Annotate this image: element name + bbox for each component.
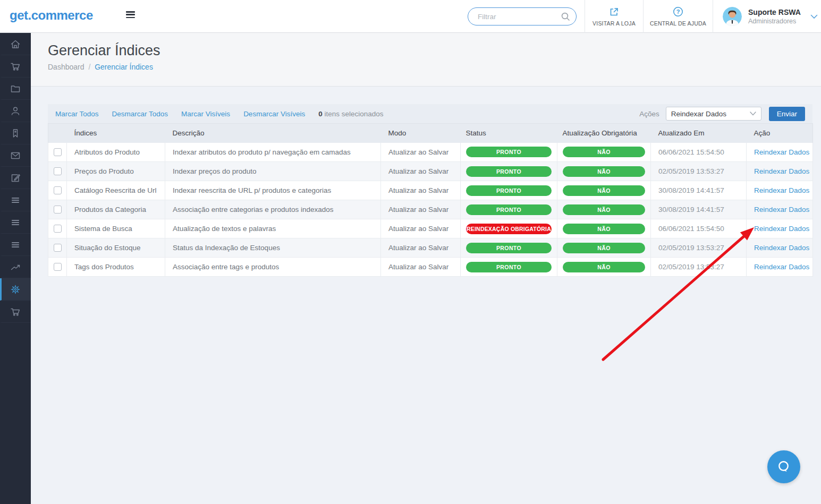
sidebar-item-settings[interactable] [0, 278, 31, 301]
cell-action: Reindexar Dados [747, 162, 813, 181]
sidebar-item-catalog[interactable] [0, 78, 31, 100]
user-name: Suporte RSWA [748, 8, 801, 16]
main-content: Gerenciar Índices Dashboard / Gerenciar … [31, 33, 821, 504]
cell-index-name: Produtos da Categoria [67, 200, 165, 219]
row-checkbox[interactable] [54, 167, 62, 175]
table-row-1: Atributos do ProdutoIndexar atributos do… [48, 143, 813, 162]
table-row-3: Catálogo Reescrita de UrlIndexar reescri… [48, 181, 813, 200]
cell-required: NÃO [557, 181, 651, 200]
actions-select[interactable]: Reindexar Dados [666, 107, 761, 121]
breadcrumb-separator: / [88, 63, 90, 71]
col-header-modo: Modo [381, 124, 461, 143]
row-checkbox[interactable] [54, 263, 62, 271]
cell-action: Reindexar Dados [747, 238, 813, 258]
cell-mode: Atualizar ao Salvar [381, 258, 461, 277]
row-checkbox[interactable] [54, 225, 62, 233]
cell-status: PRONTO [461, 258, 557, 277]
table-row-5: Sistema de BuscaAtualização de textos e … [48, 219, 813, 238]
reindex-link[interactable]: Reindexar Dados [754, 148, 809, 156]
cell-description: Atualização de textos e palavras [165, 219, 381, 238]
table-header-row: Índices Descrição Modo Status Atualizaçã… [48, 124, 813, 143]
cell-description: Indexar atributos do produto p/ navegaçã… [165, 143, 381, 162]
sidebar-item-tags[interactable] [0, 122, 31, 144]
col-header-atualizado-em: Atualizado Em [651, 124, 747, 143]
external-link-icon [609, 7, 619, 17]
content-area: Marcar Todos Desmarcar Todos Marcar Visí… [31, 87, 821, 277]
sidebar-item-store[interactable] [0, 301, 31, 323]
cell-updated-at: 06/06/2021 15:54:50 [651, 219, 747, 238]
cell-description: Associação entre categorias e produtos i… [165, 200, 381, 219]
cell-status: PRONTO [461, 200, 557, 219]
avatar [723, 7, 742, 26]
chat-button[interactable] [767, 450, 800, 483]
sidebar [0, 33, 31, 504]
cell-index-name: Sistema de Busca [67, 219, 165, 238]
menu-toggle-icon[interactable] [126, 11, 135, 19]
reindex-link[interactable]: Reindexar Dados [754, 263, 809, 271]
sidebar-item-dashboard[interactable] [0, 33, 31, 55]
sidebar-item-menu-1[interactable] [0, 189, 31, 211]
sidebar-item-messages[interactable] [0, 144, 31, 167]
help-icon: ? [673, 6, 683, 17]
grid-toolbar: Marcar Todos Desmarcar Todos Marcar Visí… [48, 104, 812, 123]
col-header-status: Status [461, 124, 557, 143]
status-badge: PRONTO [466, 243, 552, 253]
app-logo[interactable]: get.commerce [10, 8, 93, 23]
select-all-link[interactable]: Marcar Todos [55, 110, 99, 118]
row-checkbox[interactable] [54, 148, 62, 156]
deselect-all-link[interactable]: Desmarcar Todos [112, 110, 168, 118]
cell-mode: Atualizar ao Salvar [381, 143, 461, 162]
visit-store-button[interactable]: VISITAR A LOJA [585, 0, 643, 33]
reindex-link[interactable]: Reindexar Dados [754, 244, 809, 252]
cart-icon [10, 61, 21, 72]
breadcrumb-current[interactable]: Gerenciar Índices [95, 63, 153, 71]
cell-index-name: Catálogo Reescrita de Url [67, 181, 165, 200]
deselect-visible-link[interactable]: Desmarcar Visíveis [243, 110, 305, 118]
submit-button[interactable]: Enviar [769, 107, 805, 121]
reindex-link[interactable]: Reindexar Dados [754, 186, 809, 194]
required-badge: NÃO [563, 224, 645, 234]
cell-required: NÃO [557, 143, 651, 162]
row-checkbox[interactable] [54, 206, 62, 213]
cell-required: NÃO [557, 200, 651, 219]
breadcrumb-dashboard[interactable]: Dashboard [48, 63, 84, 71]
folder-icon [10, 83, 21, 95]
cell-required: NÃO [557, 258, 651, 277]
breadcrumb: Dashboard / Gerenciar Índices [48, 63, 821, 71]
cell-updated-at: 30/08/2019 14:41:57 [651, 200, 747, 219]
row-checkbox-cell [48, 181, 67, 200]
sidebar-item-customers[interactable] [0, 100, 31, 122]
sidebar-item-content[interactable] [0, 167, 31, 189]
reindex-link[interactable]: Reindexar Dados [754, 167, 809, 175]
row-checkbox-cell [48, 200, 67, 219]
row-checkbox[interactable] [54, 186, 62, 194]
cell-updated-at: 02/05/2019 13:53:27 [651, 162, 747, 181]
required-badge: NÃO [563, 262, 645, 272]
required-badge: NÃO [563, 204, 645, 215]
sidebar-item-menu-3[interactable] [0, 234, 31, 256]
row-checkbox-cell [48, 219, 67, 238]
chart-icon [10, 261, 21, 273]
sidebar-item-reports[interactable] [0, 256, 31, 278]
help-center-button[interactable]: ? CENTRAL DE AJUDA [643, 0, 713, 33]
row-checkbox[interactable] [54, 244, 62, 252]
cart-icon [10, 306, 21, 318]
user-menu[interactable]: Suporte RSWA Administradores [713, 0, 821, 33]
select-chevron-icon [750, 112, 756, 116]
table-row-7: Tags dos ProdutosAssociação entre tags e… [48, 258, 813, 277]
cell-action: Reindexar Dados [747, 143, 813, 162]
col-header-indices: Índices [67, 124, 165, 143]
cell-status: PRONTO [461, 162, 557, 181]
required-badge: NÃO [563, 243, 645, 253]
status-badge: PRONTO [466, 147, 552, 157]
reindex-link[interactable]: Reindexar Dados [754, 206, 809, 213]
cell-required: NÃO [557, 162, 651, 181]
select-visible-link[interactable]: Marcar Visíveis [181, 110, 230, 118]
reindex-link[interactable]: Reindexar Dados [754, 225, 809, 233]
sidebar-item-sales[interactable] [0, 55, 31, 78]
list-icon [10, 194, 21, 206]
status-badge: PRONTO [466, 262, 552, 272]
cell-action: Reindexar Dados [747, 181, 813, 200]
cell-description: Indexar reescrita de URL p/ produtos e c… [165, 181, 381, 200]
sidebar-item-menu-2[interactable] [0, 211, 31, 234]
